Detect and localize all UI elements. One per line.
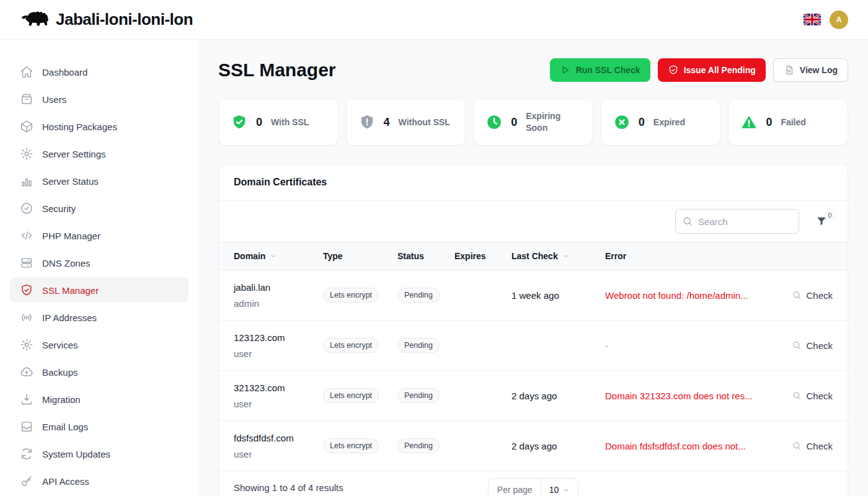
stats-row: 0 With SSL 4 Without SSL 0 Expiring Soon (218, 99, 848, 146)
boar-logo-icon (20, 9, 50, 30)
sidebar-item[interactable]: Server Settings (10, 141, 188, 166)
sidebar-item[interactable]: PHP Manager (10, 223, 188, 248)
last-check-cell: 2 days ago (512, 391, 605, 401)
sidebar-item-label: IP Addresses (42, 312, 97, 323)
domain-cell: fdsfsdfdsf.com user (234, 433, 323, 459)
user-avatar[interactable]: A (830, 11, 848, 29)
domain-certificates-panel: Domain Certificates 0 Domain (218, 164, 848, 496)
stat-icon (486, 114, 502, 130)
magnifier-icon (792, 441, 802, 451)
check-button[interactable]: Check (773, 340, 833, 351)
status-badge: Pending (397, 438, 440, 453)
column-header[interactable]: Type (323, 251, 397, 261)
column-header[interactable]: Domain (234, 251, 323, 261)
run-ssl-check-button[interactable]: Run SSL Check (550, 58, 650, 82)
status-badge: Pending (397, 338, 440, 353)
shell: Dashboard Users Hosting Packages Server … (0, 40, 868, 496)
sidebar-item-icon (20, 447, 33, 461)
sidebar-item-label: Backups (42, 367, 78, 378)
stat-label: Failed (781, 117, 805, 128)
sort-chevron-icon (562, 252, 570, 260)
sidebar-item[interactable]: Email Logs (10, 414, 188, 439)
sidebar-item-label: PHP Manager (42, 231, 100, 241)
sidebar-item[interactable]: Dashboard (10, 60, 188, 84)
search-icon (682, 216, 693, 227)
sidebar-item[interactable]: Users (10, 87, 188, 112)
search-box (675, 209, 799, 234)
sidebar-item-icon (20, 392, 33, 406)
brand-name: Jabali-loni-loni-lon (56, 10, 193, 29)
column-header[interactable]: Expires (454, 251, 512, 261)
status-cell: Pending (397, 338, 454, 353)
run-ssl-check-label: Run SSL Check (576, 65, 640, 75)
sidebar-item-icon (20, 202, 33, 215)
topbar-right: A (804, 11, 848, 29)
issue-all-pending-button[interactable]: Issue All Pending (658, 58, 766, 82)
search-input[interactable] (675, 209, 799, 234)
play-icon (560, 64, 571, 76)
type-badge: Lets encrypt (323, 438, 379, 453)
column-header-label: Error (605, 251, 626, 261)
topbar: Jabali-loni-loni-lon A (0, 0, 868, 40)
column-header[interactable]: Status (397, 251, 454, 261)
filter-button[interactable]: 0 (815, 215, 828, 228)
sidebar-item[interactable]: System Updates (10, 441, 188, 466)
sidebar-item[interactable]: Server Status (10, 169, 188, 193)
sidebar-item[interactable]: SSL Manager (10, 278, 188, 303)
domain-name: jabali.lan (234, 282, 323, 293)
results-summary: Showing 1 to 4 of 4 results (234, 482, 343, 493)
column-header[interactable]: Last Check (512, 251, 605, 261)
stat-label: Expiring Soon (526, 110, 580, 134)
stat-value: 4 (384, 116, 390, 129)
stat-icon (359, 114, 375, 130)
type-badge: Lets encrypt (323, 288, 379, 303)
sidebar-item[interactable]: Services (10, 332, 188, 357)
sidebar-item[interactable]: API Access (10, 469, 188, 494)
sidebar-item-icon (20, 147, 33, 161)
per-page-select[interactable]: Per page 10 (488, 478, 578, 496)
error-cell: Domain 321323.com does not res... (605, 391, 773, 401)
status-badge: Pending (397, 388, 440, 403)
sidebar-item[interactable]: Hosting Packages (10, 114, 188, 139)
type-cell: Lets encrypt (323, 338, 397, 353)
check-button-label: Check (806, 391, 833, 401)
panel-title: Domain Certificates (219, 164, 848, 201)
check-button[interactable]: Check (773, 441, 833, 451)
table-body: jabali.lan admin Lets encrypt Pending 1 … (219, 270, 848, 471)
sidebar-item[interactable]: IP Addresses (10, 305, 188, 330)
sidebar-item-label: Security (42, 203, 76, 214)
check-button[interactable]: Check (773, 391, 833, 401)
column-header[interactable]: Error (605, 251, 773, 261)
domain-owner: user (234, 348, 323, 359)
sidebar-item-label: SSL Manager (42, 285, 99, 296)
check-button[interactable]: Check (773, 290, 833, 301)
magnifier-icon (792, 391, 802, 401)
column-header-label: Expires (454, 251, 486, 261)
sidebar-item[interactable]: Migration (10, 387, 188, 412)
domain-cell: jabali.lan admin (234, 282, 323, 309)
sidebar-item-icon (20, 256, 33, 270)
column-header-label: Last Check (512, 251, 558, 261)
table-row: jabali.lan admin Lets encrypt Pending 1 … (219, 270, 848, 321)
issue-all-pending-label: Issue All Pending (684, 65, 756, 75)
column-header-label: Type (323, 251, 343, 261)
language-flag-icon[interactable] (804, 14, 821, 25)
main-content: SSL Manager Run SSL Check Issue All Pend… (198, 40, 868, 496)
chevron-down-icon (562, 486, 570, 494)
stat-icon (614, 114, 630, 130)
sidebar-item[interactable]: DNS Zones (10, 250, 188, 275)
stat-card: 0 Failed (728, 99, 848, 146)
stat-icon (741, 114, 757, 130)
sidebar-item-icon (20, 365, 33, 379)
stat-value: 0 (511, 116, 517, 129)
sidebar-item-icon (20, 174, 33, 188)
view-log-button[interactable]: View Log (773, 58, 848, 82)
sidebar-item-label: Users (42, 94, 66, 105)
sidebar-item-label: Dashboard (42, 67, 87, 78)
check-button-label: Check (806, 441, 833, 451)
status-badge: Pending (397, 288, 440, 303)
sidebar-item[interactable]: Backups (10, 360, 188, 384)
table-row: 321323.com user Lets encrypt Pending 2 d… (219, 371, 848, 421)
sidebar-item[interactable]: Security (10, 196, 188, 221)
stat-label: Without SSL (399, 117, 450, 128)
